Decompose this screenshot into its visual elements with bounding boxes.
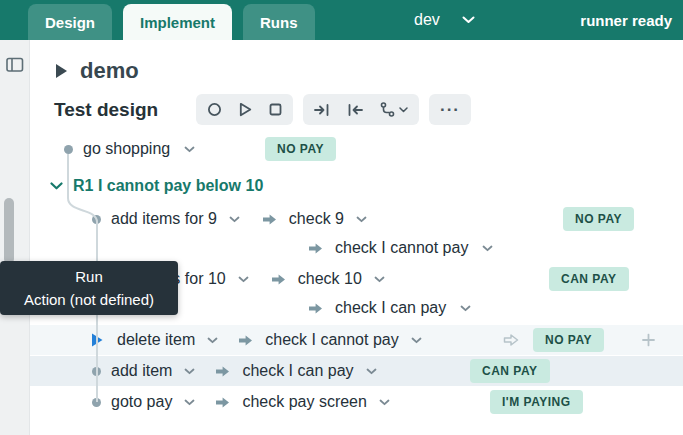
tab-design-label: Design bbox=[45, 14, 95, 31]
action-label[interactable]: add item bbox=[111, 362, 172, 380]
chevron-down-icon[interactable] bbox=[50, 182, 63, 190]
page-title: demo bbox=[80, 58, 139, 84]
stop-button[interactable] bbox=[269, 103, 282, 116]
left-rail bbox=[0, 40, 30, 435]
node-bullet-icon bbox=[92, 398, 101, 407]
vertical-scrollbar-thumb[interactable] bbox=[4, 198, 14, 264]
check-label[interactable]: check pay screen bbox=[242, 393, 367, 411]
test-design-panel: demo Test design bbox=[30, 40, 683, 435]
app-screen: Design Implement Runs dev runner ready bbox=[0, 0, 683, 435]
model-title-row: demo bbox=[54, 58, 139, 84]
action-label[interactable]: add items for 9 bbox=[111, 210, 217, 228]
tooltip-subtitle: Action (not defined) bbox=[0, 288, 178, 311]
step-arrow-icon bbox=[238, 334, 253, 347]
add-step-icon[interactable] bbox=[642, 334, 655, 347]
chevron-down-icon[interactable] bbox=[379, 399, 390, 406]
action-label[interactable]: delete item bbox=[117, 331, 195, 349]
chevron-down-icon[interactable] bbox=[184, 399, 195, 406]
node-bullet-icon bbox=[92, 215, 101, 224]
status-badge[interactable]: CAN PAY bbox=[549, 267, 629, 291]
node-bullet-icon bbox=[64, 145, 73, 154]
check-label[interactable]: check 10 bbox=[298, 270, 362, 288]
check-label[interactable]: check I can pay bbox=[242, 362, 353, 380]
status-badge[interactable]: CAN PAY bbox=[470, 359, 550, 383]
top-bar: Design Implement Runs dev runner ready bbox=[0, 0, 683, 40]
play-button[interactable] bbox=[239, 102, 252, 117]
branch-mode-button[interactable] bbox=[380, 102, 408, 117]
step-arrow-icon bbox=[262, 213, 277, 226]
goto-end-icon bbox=[314, 103, 330, 117]
collapse-panel-icon[interactable] bbox=[6, 57, 24, 73]
environment-label: dev bbox=[414, 11, 440, 29]
more-options-button[interactable]: ··· bbox=[440, 101, 460, 118]
check-label[interactable]: check I can pay bbox=[335, 299, 446, 317]
step-arrow-icon bbox=[215, 396, 230, 409]
run-controls-group bbox=[196, 94, 293, 125]
tree-row-check-cannot-pay[interactable]: check I cannot pay bbox=[30, 233, 683, 263]
chevron-down-icon[interactable] bbox=[366, 368, 377, 375]
goto-end-button[interactable] bbox=[314, 103, 330, 117]
status-badge[interactable]: NO PAY bbox=[563, 207, 634, 231]
chevron-down-icon bbox=[399, 107, 408, 113]
chevron-down-icon bbox=[462, 16, 475, 24]
chevron-down-icon[interactable] bbox=[184, 146, 195, 153]
more-group: ··· bbox=[429, 94, 471, 125]
tree-row-group-r1[interactable]: R1 I cannot pay below 10 bbox=[30, 171, 683, 201]
section-title: Test design bbox=[54, 99, 158, 121]
step-arrow-icon bbox=[271, 273, 286, 286]
tab-design[interactable]: Design bbox=[28, 4, 112, 40]
status-badge[interactable]: NO PAY bbox=[265, 137, 336, 161]
main-tabs: Design Implement Runs bbox=[28, 4, 315, 40]
run-step-play-icon[interactable] bbox=[90, 332, 104, 348]
runner-status: runner ready bbox=[580, 0, 672, 40]
chevron-down-icon[interactable] bbox=[460, 305, 471, 312]
chevron-down-icon[interactable] bbox=[207, 337, 218, 344]
branch-icon bbox=[380, 102, 395, 117]
step-arrow-icon bbox=[308, 302, 323, 315]
group-label[interactable]: R1 I cannot pay below 10 bbox=[73, 177, 263, 195]
record-button[interactable] bbox=[207, 102, 222, 117]
tooltip-title: Run bbox=[0, 265, 178, 288]
chevron-down-icon[interactable] bbox=[184, 368, 195, 375]
step-arrow-icon bbox=[308, 242, 323, 255]
step-arrow-icon bbox=[215, 365, 230, 378]
run-tooltip: Run Action (not defined) bbox=[0, 261, 178, 315]
action-label[interactable]: goto pay bbox=[111, 393, 172, 411]
tree-row-go-shopping[interactable]: go shopping NO PAY bbox=[30, 134, 683, 164]
more-options-icon: ··· bbox=[440, 101, 460, 118]
tree-row-add-item[interactable]: add item check I can pay CAN PAY bbox=[30, 356, 683, 386]
record-icon bbox=[207, 102, 222, 117]
tree-row-add-items-9[interactable]: add items for 9 check 9 NO PAY bbox=[30, 204, 683, 234]
environment-selector[interactable]: dev bbox=[414, 0, 475, 40]
tree-row-delete-item[interactable]: delete item check I cannot pay NO PAY bbox=[30, 325, 683, 355]
check-label[interactable]: check I cannot pay bbox=[335, 239, 468, 257]
node-bullet-icon bbox=[92, 367, 101, 376]
tab-implement[interactable]: Implement bbox=[123, 4, 232, 40]
tab-runs-label: Runs bbox=[260, 14, 298, 31]
chevron-down-icon[interactable] bbox=[374, 276, 385, 283]
action-label[interactable]: go shopping bbox=[83, 140, 170, 158]
chevron-down-icon[interactable] bbox=[238, 276, 249, 283]
goto-start-button[interactable] bbox=[347, 103, 363, 117]
check-label[interactable]: check 9 bbox=[289, 210, 344, 228]
tab-implement-label: Implement bbox=[140, 14, 215, 31]
run-toolbar: ··· bbox=[196, 94, 471, 125]
tree-row-goto-pay[interactable]: goto pay check pay screen I'M PAYING bbox=[30, 387, 683, 417]
chevron-down-icon[interactable] bbox=[356, 216, 367, 223]
ghost-arrow-icon[interactable] bbox=[503, 333, 519, 347]
stop-icon bbox=[269, 103, 282, 116]
play-icon[interactable] bbox=[54, 62, 69, 80]
chevron-down-icon[interactable] bbox=[229, 216, 240, 223]
runner-status-label: runner ready bbox=[580, 12, 672, 29]
goto-start-icon bbox=[347, 103, 363, 117]
chevron-down-icon[interactable] bbox=[482, 245, 493, 252]
check-label[interactable]: check I cannot pay bbox=[265, 331, 398, 349]
step-controls-group bbox=[303, 94, 419, 125]
chevron-down-icon[interactable] bbox=[411, 337, 422, 344]
status-badge[interactable]: NO PAY bbox=[533, 328, 604, 352]
play-icon bbox=[239, 102, 252, 117]
status-badge[interactable]: I'M PAYING bbox=[490, 390, 583, 414]
tab-runs[interactable]: Runs bbox=[243, 4, 315, 40]
